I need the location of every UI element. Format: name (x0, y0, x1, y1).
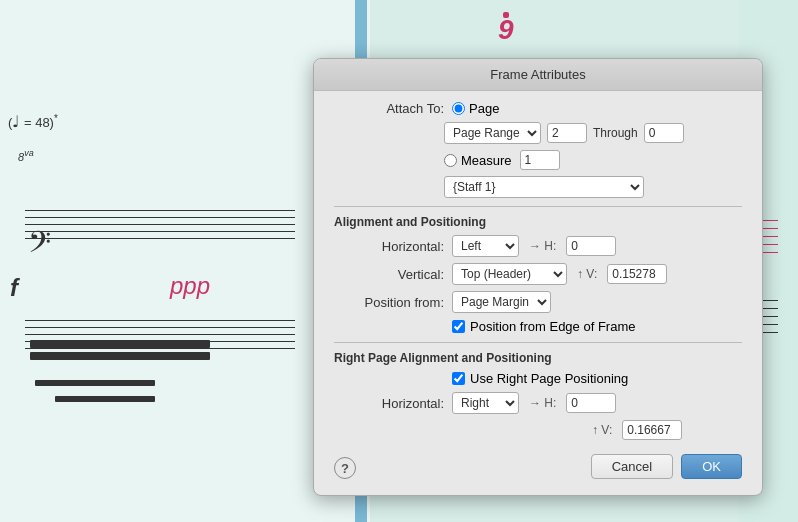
measure-label: Measure (461, 153, 512, 168)
through-label: Through (593, 126, 638, 140)
measure-input[interactable] (520, 150, 560, 170)
page-range-through-input[interactable] (644, 123, 684, 143)
page-range-from-input[interactable] (547, 123, 587, 143)
measure-row: Measure (334, 150, 742, 170)
staff-row: {Staff 1} {Staff 2} All Staves (334, 176, 742, 198)
vertical-label: Vertical: (334, 267, 444, 282)
bass-clef: 𝄢 (28, 225, 51, 267)
horizontal-label: Horizontal: (334, 239, 444, 254)
v-arrow-label: ↑ V: (577, 267, 597, 281)
right-horizontal-dropdown[interactable]: Right Left Center (452, 392, 519, 414)
position-from-edge-checkbox[interactable] (452, 320, 465, 333)
attach-to-page-label: Page (469, 101, 499, 116)
horizontal-row: Horizontal: Left Right Center → H: (334, 235, 742, 257)
horizontal-dropdown[interactable]: Left Right Center (452, 235, 519, 257)
staff-dropdown[interactable]: {Staff 1} {Staff 2} All Staves (444, 176, 644, 198)
right-horizontal-value-input[interactable] (566, 393, 616, 413)
page-range-row: Page Range All Pages Single Page Through (334, 122, 742, 144)
dialog-title: Frame Attributes (314, 59, 762, 91)
position-from-dropdown[interactable]: Page Margin Page Edge Staff (452, 291, 551, 313)
cancel-button[interactable]: Cancel (591, 454, 673, 479)
position-from-label: Position from: (334, 295, 444, 310)
horizontal-value-input[interactable] (566, 236, 616, 256)
page-range-dropdown[interactable]: Page Range All Pages Single Page (444, 122, 541, 144)
right-v-value-input[interactable] (622, 420, 682, 440)
right-v-row: ↑ V: (334, 420, 742, 440)
use-right-page-checkbox[interactable] (452, 372, 465, 385)
right-h-arrow-label: → H: (529, 396, 556, 410)
use-right-page-row: Use Right Page Positioning (334, 371, 742, 386)
position-from-edge-row: Position from Edge of Frame (334, 319, 742, 334)
help-button[interactable]: ? (334, 457, 356, 479)
attach-to-page-radio-group: Page (452, 101, 499, 116)
right-horizontal-row: Horizontal: Right Left Center → H: (334, 392, 742, 414)
attach-to-page-radio[interactable] (452, 102, 465, 115)
vertical-row: Vertical: Top (Header) Bottom (Footer) C… (334, 263, 742, 285)
dynamic-f: f (10, 274, 18, 302)
h-arrow-label: → H: (529, 239, 556, 253)
vertical-value-input[interactable] (607, 264, 667, 284)
dynamic-ppp: ppp (170, 272, 210, 300)
alignment-section-header: Alignment and Positioning (334, 206, 742, 229)
frame-attributes-dialog: Frame Attributes Attach To: Page Page Ra… (313, 58, 763, 496)
right-horizontal-label: Horizontal: (334, 396, 444, 411)
position-from-row: Position from: Page Margin Page Edge Sta… (334, 291, 742, 313)
page-number-icon: 9 (498, 14, 514, 46)
right-page-section-header: Right Page Alignment and Positioning (334, 342, 742, 365)
vertical-dropdown[interactable]: Top (Header) Bottom (Footer) Center (452, 263, 567, 285)
attach-to-row: Attach To: Page (334, 101, 742, 116)
attach-to-measure-radio[interactable] (444, 154, 457, 167)
note-group-lower (35, 380, 155, 402)
ottava-marking: 8va (18, 148, 34, 164)
ok-button[interactable]: OK (681, 454, 742, 479)
right-v-arrow-label: ↑ V: (592, 423, 612, 437)
use-right-page-label: Use Right Page Positioning (470, 371, 628, 386)
staff-lines-upper (25, 210, 295, 239)
position-from-edge-label: Position from Edge of Frame (470, 319, 635, 334)
tempo-marking: (♩ = 48)* (8, 112, 58, 131)
note-beams (30, 340, 230, 380)
attach-to-label: Attach To: (344, 101, 444, 116)
button-row: Cancel OK (314, 446, 762, 479)
